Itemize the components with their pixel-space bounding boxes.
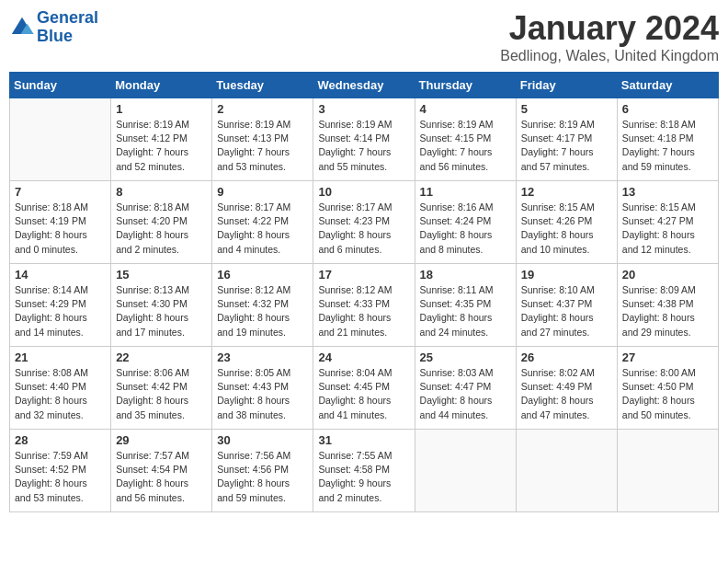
calendar-cell: 31Sunrise: 7:55 AM Sunset: 4:58 PM Dayli… [313, 430, 415, 512]
col-header-sunday: Sunday [10, 73, 111, 98]
calendar-cell: 5Sunrise: 8:19 AM Sunset: 4:17 PM Daylig… [516, 98, 617, 181]
day-number: 31 [318, 433, 409, 447]
day-number: 24 [318, 350, 409, 364]
day-number: 28 [15, 433, 106, 447]
calendar-cell: 28Sunrise: 7:59 AM Sunset: 4:52 PM Dayli… [10, 430, 111, 512]
day-info: Sunrise: 7:57 AM Sunset: 4:54 PM Dayligh… [116, 449, 207, 505]
day-info: Sunrise: 8:17 AM Sunset: 4:23 PM Dayligh… [318, 201, 409, 257]
day-number: 23 [217, 350, 308, 364]
day-number: 17 [318, 268, 409, 282]
calendar-cell: 25Sunrise: 8:03 AM Sunset: 4:47 PM Dayli… [415, 347, 516, 430]
calendar-cell [516, 430, 617, 512]
page-header: General Blue January 2024 Bedlinog, Wale… [9, 9, 719, 64]
day-info: Sunrise: 8:19 AM Sunset: 4:14 PM Dayligh… [318, 118, 409, 174]
calendar-cell: 17Sunrise: 8:12 AM Sunset: 4:33 PM Dayli… [313, 264, 415, 347]
day-info: Sunrise: 7:56 AM Sunset: 4:56 PM Dayligh… [217, 449, 308, 505]
calendar-subtitle: Bedlinog, Wales, United Kingdom [500, 48, 719, 64]
calendar-cell [617, 430, 718, 512]
calendar-week-row: 1Sunrise: 8:19 AM Sunset: 4:12 PM Daylig… [10, 98, 719, 181]
day-info: Sunrise: 8:18 AM Sunset: 4:20 PM Dayligh… [116, 201, 207, 257]
calendar-title: January 2024 [500, 9, 719, 48]
day-info: Sunrise: 8:08 AM Sunset: 4:40 PM Dayligh… [15, 366, 106, 422]
day-info: Sunrise: 8:12 AM Sunset: 4:33 PM Dayligh… [318, 283, 409, 339]
day-info: Sunrise: 8:13 AM Sunset: 4:30 PM Dayligh… [116, 283, 207, 339]
calendar-cell: 2Sunrise: 8:19 AM Sunset: 4:13 PM Daylig… [212, 98, 313, 181]
day-info: Sunrise: 8:17 AM Sunset: 4:22 PM Dayligh… [217, 201, 308, 257]
day-info: Sunrise: 8:19 AM Sunset: 4:13 PM Dayligh… [217, 118, 308, 174]
calendar-cell: 16Sunrise: 8:12 AM Sunset: 4:32 PM Dayli… [212, 264, 313, 347]
day-number: 9 [217, 185, 308, 199]
calendar-cell: 7Sunrise: 8:18 AM Sunset: 4:19 PM Daylig… [10, 181, 111, 264]
calendar-cell: 4Sunrise: 8:19 AM Sunset: 4:15 PM Daylig… [415, 98, 516, 181]
calendar-cell: 19Sunrise: 8:10 AM Sunset: 4:37 PM Dayli… [516, 264, 617, 347]
day-number: 16 [217, 268, 308, 282]
logo-icon [9, 15, 35, 40]
day-info: Sunrise: 8:04 AM Sunset: 4:45 PM Dayligh… [318, 366, 409, 422]
col-header-monday: Monday [111, 73, 212, 98]
calendar-cell: 9Sunrise: 8:17 AM Sunset: 4:22 PM Daylig… [212, 181, 313, 264]
calendar-cell: 14Sunrise: 8:14 AM Sunset: 4:29 PM Dayli… [10, 264, 111, 347]
day-info: Sunrise: 8:18 AM Sunset: 4:19 PM Dayligh… [15, 201, 106, 257]
day-info: Sunrise: 8:15 AM Sunset: 4:27 PM Dayligh… [622, 201, 713, 257]
day-info: Sunrise: 8:02 AM Sunset: 4:49 PM Dayligh… [521, 366, 612, 422]
calendar-cell: 8Sunrise: 8:18 AM Sunset: 4:20 PM Daylig… [111, 181, 212, 264]
day-info: Sunrise: 8:03 AM Sunset: 4:47 PM Dayligh… [420, 366, 511, 422]
day-number: 10 [318, 185, 409, 199]
calendar-cell: 11Sunrise: 8:16 AM Sunset: 4:24 PM Dayli… [415, 181, 516, 264]
calendar-cell: 23Sunrise: 8:05 AM Sunset: 4:43 PM Dayli… [212, 347, 313, 430]
day-number: 13 [622, 185, 713, 199]
day-number: 6 [622, 102, 713, 116]
calendar-cell: 18Sunrise: 8:11 AM Sunset: 4:35 PM Dayli… [415, 264, 516, 347]
calendar-cell: 29Sunrise: 7:57 AM Sunset: 4:54 PM Dayli… [111, 430, 212, 512]
col-header-saturday: Saturday [617, 73, 718, 98]
day-info: Sunrise: 8:12 AM Sunset: 4:32 PM Dayligh… [217, 283, 308, 339]
day-number: 3 [318, 102, 409, 116]
calendar-cell: 21Sunrise: 8:08 AM Sunset: 4:40 PM Dayli… [10, 347, 111, 430]
day-number: 20 [622, 268, 713, 282]
calendar-cell: 30Sunrise: 7:56 AM Sunset: 4:56 PM Dayli… [212, 430, 313, 512]
calendar-cell [10, 98, 111, 181]
col-header-wednesday: Wednesday [313, 73, 415, 98]
calendar-week-row: 28Sunrise: 7:59 AM Sunset: 4:52 PM Dayli… [10, 430, 719, 512]
day-number: 18 [420, 268, 511, 282]
day-number: 14 [15, 268, 106, 282]
day-number: 12 [521, 185, 612, 199]
day-info: Sunrise: 8:14 AM Sunset: 4:29 PM Dayligh… [15, 283, 106, 339]
calendar-cell: 3Sunrise: 8:19 AM Sunset: 4:14 PM Daylig… [313, 98, 415, 181]
day-number: 26 [521, 350, 612, 364]
col-header-tuesday: Tuesday [212, 73, 313, 98]
day-info: Sunrise: 8:06 AM Sunset: 4:42 PM Dayligh… [116, 366, 207, 422]
logo-text: General Blue [37, 9, 98, 46]
col-header-thursday: Thursday [415, 73, 516, 98]
calendar-cell: 22Sunrise: 8:06 AM Sunset: 4:42 PM Dayli… [111, 347, 212, 430]
day-info: Sunrise: 8:00 AM Sunset: 4:50 PM Dayligh… [622, 366, 713, 422]
day-number: 8 [116, 185, 207, 199]
day-info: Sunrise: 8:10 AM Sunset: 4:37 PM Dayligh… [521, 283, 612, 339]
day-info: Sunrise: 8:11 AM Sunset: 4:35 PM Dayligh… [420, 283, 511, 339]
col-header-friday: Friday [516, 73, 617, 98]
day-info: Sunrise: 8:16 AM Sunset: 4:24 PM Dayligh… [420, 201, 511, 257]
calendar-week-row: 14Sunrise: 8:14 AM Sunset: 4:29 PM Dayli… [10, 264, 719, 347]
calendar-cell: 26Sunrise: 8:02 AM Sunset: 4:49 PM Dayli… [516, 347, 617, 430]
day-info: Sunrise: 8:19 AM Sunset: 4:12 PM Dayligh… [116, 118, 207, 174]
calendar-week-row: 7Sunrise: 8:18 AM Sunset: 4:19 PM Daylig… [10, 181, 719, 264]
day-number: 25 [420, 350, 511, 364]
day-number: 15 [116, 268, 207, 282]
day-info: Sunrise: 7:59 AM Sunset: 4:52 PM Dayligh… [15, 449, 106, 505]
day-info: Sunrise: 8:15 AM Sunset: 4:26 PM Dayligh… [521, 201, 612, 257]
calendar-cell [415, 430, 516, 512]
calendar-cell: 15Sunrise: 8:13 AM Sunset: 4:30 PM Dayli… [111, 264, 212, 347]
day-number: 29 [116, 433, 207, 447]
calendar-header-row: SundayMondayTuesdayWednesdayThursdayFrid… [10, 73, 719, 98]
calendar-cell: 13Sunrise: 8:15 AM Sunset: 4:27 PM Dayli… [617, 181, 718, 264]
day-info: Sunrise: 8:05 AM Sunset: 4:43 PM Dayligh… [217, 366, 308, 422]
day-number: 5 [521, 102, 612, 116]
logo: General Blue [9, 9, 98, 46]
calendar-cell: 12Sunrise: 8:15 AM Sunset: 4:26 PM Dayli… [516, 181, 617, 264]
calendar-cell: 24Sunrise: 8:04 AM Sunset: 4:45 PM Dayli… [313, 347, 415, 430]
day-number: 21 [15, 350, 106, 364]
calendar-week-row: 21Sunrise: 8:08 AM Sunset: 4:40 PM Dayli… [10, 347, 719, 430]
calendar-cell: 6Sunrise: 8:18 AM Sunset: 4:18 PM Daylig… [617, 98, 718, 181]
day-number: 22 [116, 350, 207, 364]
calendar-cell: 20Sunrise: 8:09 AM Sunset: 4:38 PM Dayli… [617, 264, 718, 347]
